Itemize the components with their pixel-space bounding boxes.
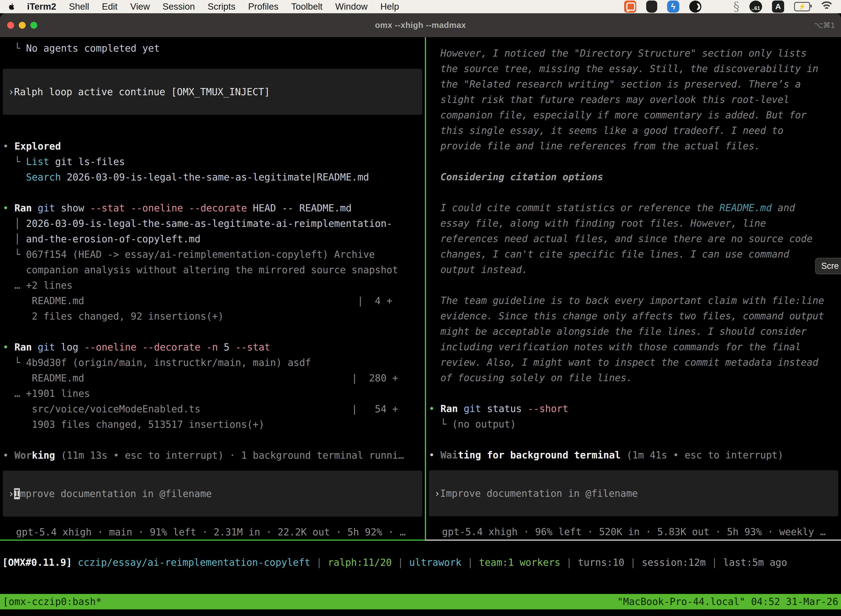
keypad-shield-icon[interactable] — [646, 0, 657, 13]
section-icon[interactable]: § — [733, 0, 740, 13]
menu-item-window[interactable]: Window — [335, 1, 368, 12]
left-pane-top-lines: └ No agents completed yet — [3, 41, 425, 56]
assistant-a-icon[interactable]: A — [772, 0, 784, 13]
terminal-line: slight risk that future readers may over… — [429, 92, 841, 107]
menu-item-help[interactable]: Help — [380, 1, 399, 12]
apple-menu-icon[interactable] — [8, 2, 16, 11]
terminal-line: │ 2026-03-09-is-legal-the-same-as-legiti… — [3, 216, 425, 231]
menu-item-scripts[interactable]: Scripts — [208, 1, 235, 12]
prompt-chevron: › — [8, 87, 14, 97]
terminal-line — [3, 185, 425, 200]
terminal-line: However, I noticed the "Directory Struct… — [429, 45, 841, 61]
menu-item-view[interactable]: View — [130, 1, 150, 12]
terminal-line: README.md | 4 + — [3, 293, 425, 308]
dots-grid-icon[interactable] — [711, 0, 724, 13]
right-pane: However, I noticed the "Directory Struct… — [426, 37, 841, 540]
terminal-line: companion file, especially if more comme… — [429, 107, 841, 123]
terminal-line: changes, I can't cite specific file line… — [429, 246, 841, 262]
terminal-line: README.md | 280 + — [3, 370, 425, 386]
terminal-line: • Ran git log --oneline --decorate -n 5 … — [3, 339, 425, 355]
tmux-host-clock: "MacBook-Pro-44.local" 04:52 31-Mar-26 — [617, 596, 838, 607]
blue-badge-icon[interactable]: ϟ — [667, 0, 679, 13]
left-pane-lines: • Explored └ List git ls-files Search 20… — [3, 139, 425, 463]
terminal-line: of focusing solely on file lines. — [429, 370, 841, 386]
terminal-line: The team guideline is to back every impo… — [429, 293, 841, 308]
menu-item-edit[interactable]: Edit — [102, 1, 117, 12]
terminal-line: … +2 lines — [3, 278, 425, 293]
terminal-line: [OMX#0.11.9] cczip/essay/ai-reimplementa… — [2, 555, 841, 570]
screen-tooltip-label: Scre — [821, 261, 839, 271]
terminal-line: │ and-the-erosion-of-copyleft.md — [3, 231, 425, 247]
right-pane-lines: However, I noticed the "Directory Struct… — [429, 45, 841, 463]
terminal-line: Considering citation options — [429, 169, 841, 185]
wifi-icon[interactable] — [820, 1, 833, 12]
left-command-input[interactable]: › Improve documentation in @filename — [3, 471, 422, 517]
terminal-line: evidence. Since this change only affects… — [429, 308, 841, 324]
terminal-line — [429, 277, 841, 293]
terminal-line: the source tree, missing the essay. Stil… — [429, 61, 841, 76]
ralph-loop-text: Ralph loop active continue [OMX_TMUX_INJ… — [14, 87, 270, 97]
input-placeholder: Improve documentation in @filename — [440, 488, 638, 499]
terminal-line: └ No agents completed yet — [3, 41, 425, 56]
terminal-line: including verification notes with those … — [429, 339, 841, 355]
terminal-line: • Working (11m 13s • esc to interrupt) ·… — [3, 448, 425, 463]
messages-app-icon[interactable] — [624, 0, 636, 13]
window-shortcut: ⌥⌘1 — [814, 21, 835, 30]
terminal: └ No agents completed yet › Ralph loop a… — [0, 37, 841, 609]
left-session-status: gpt-5.4 xhigh · main · 91% left · 2.31M … — [3, 524, 425, 540]
text-cursor: I — [14, 488, 20, 499]
prompt-chevron: › — [434, 488, 440, 499]
terminal-line: 1903 files changed, 513517 insertions(+) — [3, 417, 425, 432]
terminal-line: companion analysis without altering the … — [3, 262, 425, 278]
terminal-line: … +1901 lines — [3, 386, 425, 401]
menu-status-icons: ϟ § ..61 A ⚡ — [624, 0, 833, 13]
terminal-line: review. Also, I might want to inspect th… — [429, 355, 841, 370]
terminal-line — [3, 324, 425, 339]
prompt-chevron: › — [8, 488, 14, 499]
terminal-line — [3, 432, 425, 448]
menu-item-toolbelt[interactable]: Toolbelt — [291, 1, 322, 12]
terminal-line: └ (no output) — [429, 417, 841, 432]
menu-item-shell[interactable]: Shell — [69, 1, 89, 12]
horizontal-separator — [0, 540, 841, 541]
terminal-line: └ 067f154 (HEAD -> essay/ai-reimplementa… — [3, 247, 425, 262]
terminal-line: 2 files changed, 92 insertions(+) — [3, 308, 425, 324]
terminal-line — [429, 154, 841, 169]
input-placeholder: mprove documentation in @filename — [20, 488, 212, 499]
ralph-loop-input-box[interactable]: › Ralph loop active continue [OMX_TMUX_I… — [3, 69, 422, 115]
terminal-line: provide file and line references from th… — [429, 138, 841, 154]
terminal-line: • Ran git show --stat --oneline --decora… — [3, 200, 425, 216]
menu-bar: iTerm2 ShellEditViewSessionScriptsProfil… — [0, 0, 841, 13]
menu-item-session[interactable]: Session — [163, 1, 195, 12]
screen-tooltip: Scre — [815, 258, 841, 274]
terminal-line: the "Related research writing" section i… — [429, 76, 841, 92]
terminal-line — [429, 185, 841, 200]
window-title: omx --xhigh --madmax — [0, 21, 841, 30]
terminal-line: src/voice/voiceModeEnabled.ts | 54 + — [3, 401, 425, 417]
terminal-line: └ 4b9d30f (origin/main, instructkr/main,… — [3, 355, 425, 370]
terminal-line: might be acceptable alongside the file l… — [429, 324, 841, 339]
left-pane: └ No agents completed yet › Ralph loop a… — [0, 37, 425, 540]
terminal-line: references need actual files, and since … — [429, 231, 841, 246]
terminal-panes: └ No agents completed yet › Ralph loop a… — [0, 37, 841, 540]
terminal-line: output instead. — [429, 262, 841, 277]
dark-crescent-icon[interactable] — [689, 0, 701, 13]
terminal-line: • Explored — [3, 139, 425, 154]
window-title-bar: omx --xhigh --madmax ⌥⌘1 — [0, 13, 841, 37]
menu-items: iTerm2 ShellEditViewSessionScriptsProfil… — [27, 1, 399, 12]
tmux-window-label[interactable]: [omx-cczip0:bash* — [3, 596, 101, 607]
terminal-line: └ List git ls-files — [3, 154, 425, 169]
tmux-status-bar: [omx-cczip0:bash* "MacBook-Pro-44.local"… — [0, 594, 841, 609]
battery-icon[interactable]: ⚡ — [794, 2, 810, 11]
right-command-input[interactable]: › Improve documentation in @filename — [429, 470, 838, 516]
badge-61-icon[interactable]: ..61 — [749, 0, 762, 13]
terminal-line: I could cite commit statistics or refere… — [429, 200, 841, 216]
terminal-line — [429, 432, 841, 447]
menu-item-app[interactable]: iTerm2 — [27, 1, 56, 12]
right-session-status: gpt-5.4 xhigh · 96% left · 520K in · 5.8… — [429, 524, 841, 540]
terminal-line — [429, 386, 841, 401]
menu-item-profiles[interactable]: Profiles — [248, 1, 278, 12]
terminal-line: • Waiting for background terminal (1m 41… — [429, 447, 841, 463]
terminal-line: • Ran git status --short — [429, 401, 841, 417]
terminal-line: essay file, along with finding root file… — [429, 216, 841, 231]
